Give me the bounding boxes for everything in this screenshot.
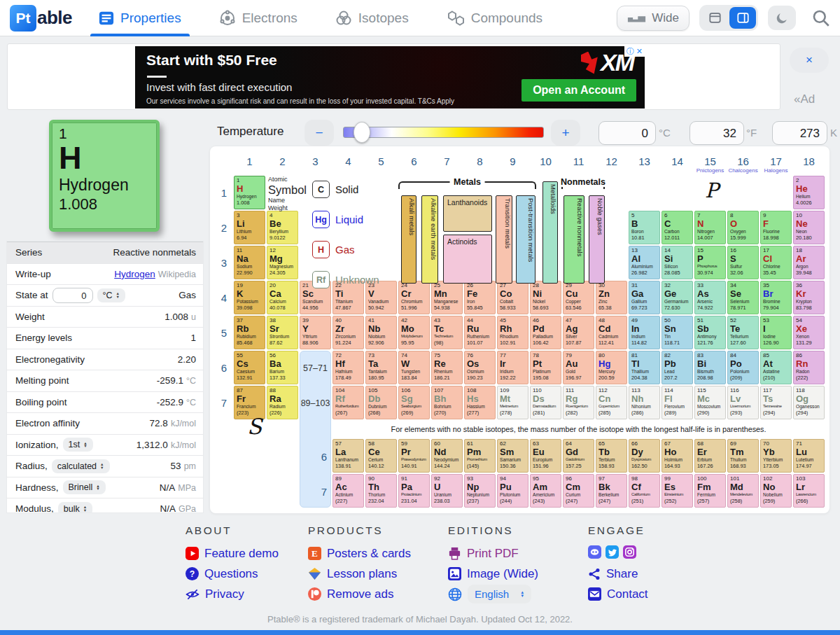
property-select-state-at[interactable]: °C▲▼ bbox=[97, 288, 125, 302]
element-tile-am[interactable]: 95AmAmericium(243) bbox=[530, 474, 561, 508]
element-tile-sb[interactable]: 51SbAntimony121.76 bbox=[694, 316, 726, 349]
element-tile-ru[interactable]: 44RuRuthenium101.07 bbox=[464, 316, 496, 349]
element-tile-cr[interactable]: 24CrChromium51.996 bbox=[398, 281, 430, 314]
element-tile-te[interactable]: 52TeTellurium127.60 bbox=[727, 316, 759, 349]
element-tile-lu[interactable]: 71LuLutetium174.97 bbox=[793, 439, 825, 473]
element-tile-lv[interactable]: 116LvLivermorium(293) bbox=[727, 386, 759, 419]
element-tile-cl[interactable]: 17ClChlorine35.45 bbox=[760, 246, 792, 279]
state-legend-solid[interactable]: CSolid bbox=[312, 181, 358, 198]
tab-isotopes[interactable]: Isotopes bbox=[332, 0, 412, 36]
element-tile-xe[interactable]: 54XeXenon131.29 bbox=[793, 316, 825, 349]
element-tile-er[interactable]: 68ErErbium167.26 bbox=[694, 439, 726, 473]
property-select-hardness[interactable]: Brinell▲▼ bbox=[63, 480, 106, 494]
ad-banner[interactable]: Start with $50 Free Invest with fast dir… bbox=[135, 46, 645, 109]
temperature-increase-button[interactable]: + bbox=[551, 120, 580, 146]
element-tile-cn[interactable]: 112CnCopernicium(285) bbox=[596, 386, 627, 419]
footer-link-image-wide[interactable]: Image (Wide) bbox=[448, 564, 588, 584]
series-legend-metalloids[interactable]: Metalloids bbox=[542, 181, 558, 284]
wide-layout-button[interactable]: Wide bbox=[617, 6, 690, 31]
temperature-slider-knob[interactable] bbox=[354, 122, 370, 143]
ptable-logo[interactable]: Pt able bbox=[10, 5, 72, 32]
element-tile-si[interactable]: 14SiSilicon28.085 bbox=[662, 246, 693, 279]
element-tile-no[interactable]: 102NoNobelium(259) bbox=[760, 474, 792, 508]
element-tile-au[interactable]: 79AuGold196.97 bbox=[563, 351, 594, 384]
ad-cta-button[interactable]: Open an Account bbox=[522, 79, 636, 102]
series-legend-actinoids[interactable]: Actinoids bbox=[443, 235, 492, 284]
element-tile-eu[interactable]: 63EuEuropium151.96 bbox=[530, 439, 561, 473]
element-tile-sn[interactable]: 50SnTin118.71 bbox=[662, 316, 693, 349]
element-tile-dy[interactable]: 66DyDysprosium162.50 bbox=[629, 439, 660, 473]
footer-link-feature-demo[interactable]: Feature demo bbox=[186, 543, 308, 564]
state-legend-gas[interactable]: HGas bbox=[312, 241, 355, 258]
element-tile-po[interactable]: 84PoPolonium(209) bbox=[727, 351, 759, 384]
element-tile-mc[interactable]: 115McMoscovium(290) bbox=[694, 386, 726, 419]
element-tile-ni[interactable]: 28NiNickel58.693 bbox=[530, 281, 561, 314]
element-tile-cf[interactable]: 98CfCalifornium(251) bbox=[629, 474, 660, 508]
element-tile-cm[interactable]: 96CmCurium(247) bbox=[563, 474, 594, 508]
element-tile-mt[interactable]: 109MtMeitnerium(278) bbox=[497, 386, 528, 419]
element-tile-pa[interactable]: 91PaProtactinium231.04 bbox=[398, 474, 430, 508]
element-tile-ac[interactable]: 89AcActinium(227) bbox=[332, 474, 364, 508]
element-tile-fl[interactable]: 114FlFlerovium(289) bbox=[662, 386, 693, 419]
element-tile-th[interactable]: 90ThThorium232.04 bbox=[365, 474, 397, 508]
adchoices-info-icon[interactable]: ⓘ bbox=[626, 46, 634, 57]
footer-link-contact[interactable]: Contact bbox=[588, 584, 710, 604]
adchoices-controls[interactable]: ⓘ ✕ bbox=[624, 46, 645, 57]
property-select-ionization[interactable]: 1st▲▼ bbox=[63, 438, 93, 452]
element-tile-kr[interactable]: 36KrKrypton83.798 bbox=[793, 281, 825, 314]
element-tile-yb[interactable]: 70YbYtterbium173.05 bbox=[760, 439, 792, 473]
tab-electrons[interactable]: Electrons bbox=[216, 0, 300, 36]
footer-link-lesson-plans[interactable]: Lesson plans bbox=[308, 564, 448, 584]
element-tile-rn[interactable]: 86RnRadon(222) bbox=[793, 351, 825, 384]
series-legend-post-transition-metals[interactable]: Post-transition metals bbox=[516, 195, 536, 284]
celsius-input[interactable]: 0 bbox=[598, 121, 656, 145]
element-tile-hf[interactable]: 72HfHafnium178.49 bbox=[332, 351, 364, 384]
dark-mode-button[interactable] bbox=[768, 6, 796, 30]
element-tile-hs[interactable]: 108HsHassium(277) bbox=[464, 386, 496, 419]
adchoices-close-icon[interactable]: ✕ bbox=[636, 47, 643, 56]
element-tile-la[interactable]: 57LaLanthanum138.91 bbox=[332, 439, 364, 473]
element-tile-os[interactable]: 76OsOsmium190.23 bbox=[464, 351, 496, 384]
state-legend-unknown[interactable]: RfUnknown bbox=[312, 271, 379, 288]
element-tile-mn[interactable]: 25MnManganese54.938 bbox=[431, 281, 463, 314]
element-tile-pr[interactable]: 59PrPraseodymium140.91 bbox=[398, 439, 430, 473]
element-tile-k[interactable]: 19KPotassium39.098 bbox=[234, 281, 265, 314]
element-tile-i[interactable]: 53IIodine126.90 bbox=[760, 316, 792, 349]
element-tile-c[interactable]: 6CCarbon12.011 bbox=[662, 211, 693, 244]
tab-compounds[interactable]: Compounds bbox=[444, 0, 545, 36]
footer-link-print-pdf[interactable]: Print PDF bbox=[448, 543, 588, 564]
element-tile-np[interactable]: 93NpNeptunium(237) bbox=[464, 474, 496, 508]
element-tile-f[interactable]: 9FFluorine18.998 bbox=[760, 211, 792, 244]
footer-link-share[interactable]: Share bbox=[588, 564, 710, 584]
element-tile-sr[interactable]: 38SrStrontium87.62 bbox=[267, 316, 298, 349]
element-tile-ho[interactable]: 67HoHolmium164.93 bbox=[662, 439, 693, 473]
temperature-decrease-button[interactable]: − bbox=[304, 120, 334, 146]
element-tile-ba[interactable]: 56BaBarium137.33 bbox=[267, 351, 298, 384]
series-legend-noble-gases[interactable]: Noble gases bbox=[589, 195, 605, 284]
element-tile-ar[interactable]: 18ArArgon39.948 bbox=[793, 246, 825, 279]
element-tile-bh[interactable]: 107BhBohrium(270) bbox=[431, 386, 463, 419]
property-select-radius[interactable]: calculated▲▼ bbox=[52, 459, 110, 473]
panel-top-toggle[interactable] bbox=[701, 7, 728, 29]
footer-link-remove-ads[interactable]: Remove ads bbox=[308, 584, 448, 604]
element-tile-gd[interactable]: 64GdGadolinium157.25 bbox=[563, 439, 594, 473]
element-tile-s[interactable]: 16SSulfur32.06 bbox=[727, 246, 759, 279]
element-tile-n[interactable]: 7NNitrogen14.007 bbox=[694, 211, 726, 244]
element-tile-ge[interactable]: 32GeGermanium72.630 bbox=[662, 281, 693, 314]
element-tile-hg[interactable]: 80HgMercury200.59 bbox=[596, 351, 627, 384]
element-tile-al[interactable]: 13AlAluminium26.982 bbox=[629, 246, 660, 279]
element-tile-ds[interactable]: 110DsDarmstadtium(281) bbox=[530, 386, 561, 419]
element-tile-og[interactable]: 118OgOganesson(294) bbox=[793, 386, 825, 419]
element-tile-es[interactable]: 99EsEinsteinium(252) bbox=[662, 474, 693, 508]
kelvin-input[interactable]: 273 bbox=[772, 121, 827, 145]
element-tile-o[interactable]: 8OOxygen15.999 bbox=[727, 211, 759, 244]
element-tile-as[interactable]: 33AsArsenic74.922 bbox=[694, 281, 726, 314]
social-link-twitter[interactable] bbox=[606, 545, 619, 561]
element-tile-br[interactable]: 35BrBromine79.904 bbox=[760, 281, 792, 314]
element-tile-bk[interactable]: 97BkBerkelium(247) bbox=[596, 474, 627, 508]
element-tile-cs[interactable]: 55CsCaesium132.91 bbox=[234, 351, 265, 384]
language-select[interactable]: English▲▼ bbox=[468, 585, 531, 603]
element-tile-tl[interactable]: 81TlThallium204.38 bbox=[629, 351, 660, 384]
element-tile-nd[interactable]: 60NdNeodymium144.24 bbox=[431, 439, 463, 473]
temperature-slider[interactable] bbox=[343, 127, 544, 138]
